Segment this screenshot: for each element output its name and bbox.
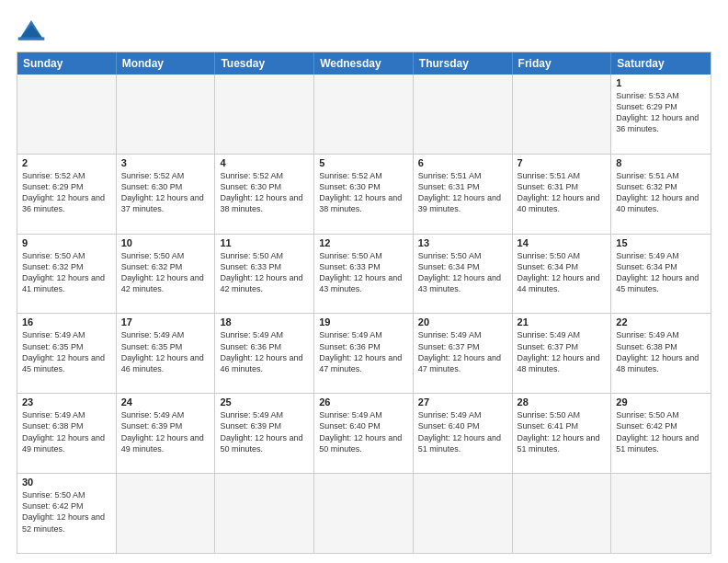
weekday-header-wednesday: Wednesday xyxy=(314,52,414,75)
day-info: Sunrise: 5:52 AM Sunset: 6:30 PM Dayligh… xyxy=(220,170,309,215)
day-number: 6 xyxy=(418,157,507,168)
weekday-header-saturday: Saturday xyxy=(611,52,711,75)
calendar-cell-5-1 xyxy=(117,474,216,553)
day-number: 25 xyxy=(220,396,309,408)
calendar-row-1: 2Sunrise: 5:52 AM Sunset: 6:29 PM Daylig… xyxy=(17,154,711,234)
calendar-cell-1-4: 6Sunrise: 5:51 AM Sunset: 6:31 PM Daylig… xyxy=(414,155,513,234)
day-info: Sunrise: 5:49 AM Sunset: 6:40 PM Dayligh… xyxy=(319,409,408,454)
calendar-row-3: 16Sunrise: 5:49 AM Sunset: 6:35 PM Dayli… xyxy=(17,313,711,393)
day-info: Sunrise: 5:50 AM Sunset: 6:34 PM Dayligh… xyxy=(518,250,607,295)
day-number: 26 xyxy=(319,396,408,408)
day-info: Sunrise: 5:51 AM Sunset: 6:31 PM Dayligh… xyxy=(418,170,507,215)
day-number: 5 xyxy=(319,157,408,168)
calendar-cell-0-2 xyxy=(215,75,314,154)
day-number: 21 xyxy=(518,316,607,327)
header xyxy=(17,17,711,42)
calendar-cell-4-5: 28Sunrise: 5:50 AM Sunset: 6:41 PM Dayli… xyxy=(513,394,612,473)
day-number: 10 xyxy=(121,237,210,248)
calendar-body: 1Sunrise: 5:53 AM Sunset: 6:29 PM Daylig… xyxy=(17,75,711,553)
day-number: 12 xyxy=(319,237,408,248)
svg-marker-1 xyxy=(19,25,42,39)
day-info: Sunrise: 5:49 AM Sunset: 6:39 PM Dayligh… xyxy=(121,409,210,454)
calendar-cell-4-2: 25Sunrise: 5:49 AM Sunset: 6:39 PM Dayli… xyxy=(215,394,314,473)
day-info: Sunrise: 5:49 AM Sunset: 6:35 PM Dayligh… xyxy=(121,329,210,374)
calendar-cell-2-5: 14Sunrise: 5:50 AM Sunset: 6:34 PM Dayli… xyxy=(513,235,612,314)
day-info: Sunrise: 5:50 AM Sunset: 6:32 PM Dayligh… xyxy=(22,250,111,295)
calendar-cell-2-4: 13Sunrise: 5:50 AM Sunset: 6:34 PM Dayli… xyxy=(414,235,513,314)
day-info: Sunrise: 5:51 AM Sunset: 6:32 PM Dayligh… xyxy=(616,170,706,215)
logo-icon xyxy=(17,17,46,42)
day-number: 8 xyxy=(616,157,706,168)
day-info: Sunrise: 5:49 AM Sunset: 6:38 PM Dayligh… xyxy=(22,409,111,454)
day-number: 30 xyxy=(22,477,111,488)
calendar: SundayMondayTuesdayWednesdayThursdayFrid… xyxy=(17,52,711,554)
day-info: Sunrise: 5:49 AM Sunset: 6:36 PM Dayligh… xyxy=(220,329,309,374)
calendar-cell-1-3: 5Sunrise: 5:52 AM Sunset: 6:30 PM Daylig… xyxy=(314,155,414,234)
calendar-cell-2-1: 10Sunrise: 5:50 AM Sunset: 6:32 PM Dayli… xyxy=(117,235,216,314)
day-info: Sunrise: 5:49 AM Sunset: 6:36 PM Dayligh… xyxy=(319,329,408,374)
calendar-cell-0-1 xyxy=(117,75,216,154)
calendar-cell-3-1: 17Sunrise: 5:49 AM Sunset: 6:35 PM Dayli… xyxy=(117,314,216,393)
day-info: Sunrise: 5:50 AM Sunset: 6:41 PM Dayligh… xyxy=(518,409,607,454)
day-number: 23 xyxy=(22,396,111,408)
day-number: 19 xyxy=(319,316,408,327)
calendar-cell-3-5: 21Sunrise: 5:49 AM Sunset: 6:37 PM Dayli… xyxy=(513,314,612,393)
day-number: 17 xyxy=(121,316,210,327)
page: SundayMondayTuesdayWednesdayThursdayFrid… xyxy=(0,0,728,563)
calendar-cell-1-1: 3Sunrise: 5:52 AM Sunset: 6:30 PM Daylig… xyxy=(117,155,216,234)
day-info: Sunrise: 5:51 AM Sunset: 6:31 PM Dayligh… xyxy=(518,170,607,215)
calendar-row-5: 30Sunrise: 5:50 AM Sunset: 6:42 PM Dayli… xyxy=(17,473,711,553)
weekday-header-thursday: Thursday xyxy=(414,52,513,75)
day-info: Sunrise: 5:49 AM Sunset: 6:34 PM Dayligh… xyxy=(616,250,706,295)
calendar-cell-3-3: 19Sunrise: 5:49 AM Sunset: 6:36 PM Dayli… xyxy=(314,314,414,393)
day-info: Sunrise: 5:49 AM Sunset: 6:40 PM Dayligh… xyxy=(418,409,507,454)
calendar-cell-3-0: 16Sunrise: 5:49 AM Sunset: 6:35 PM Dayli… xyxy=(17,314,117,393)
calendar-row-4: 23Sunrise: 5:49 AM Sunset: 6:38 PM Dayli… xyxy=(17,393,711,473)
calendar-cell-0-0 xyxy=(17,75,117,154)
calendar-header: SundayMondayTuesdayWednesdayThursdayFrid… xyxy=(17,52,711,75)
calendar-cell-4-6: 29Sunrise: 5:50 AM Sunset: 6:42 PM Dayli… xyxy=(611,394,711,473)
weekday-header-sunday: Sunday xyxy=(17,52,117,75)
day-number: 7 xyxy=(518,157,607,168)
calendar-cell-0-6: 1Sunrise: 5:53 AM Sunset: 6:29 PM Daylig… xyxy=(611,75,711,154)
weekday-header-friday: Friday xyxy=(513,52,612,75)
calendar-cell-2-2: 11Sunrise: 5:50 AM Sunset: 6:33 PM Dayli… xyxy=(215,235,314,314)
day-number: 1 xyxy=(616,77,706,88)
svg-rect-2 xyxy=(18,37,45,40)
day-number: 24 xyxy=(121,396,210,408)
day-info: Sunrise: 5:52 AM Sunset: 6:30 PM Dayligh… xyxy=(319,170,408,215)
calendar-cell-4-1: 24Sunrise: 5:49 AM Sunset: 6:39 PM Dayli… xyxy=(117,394,216,473)
day-number: 9 xyxy=(22,237,111,248)
day-info: Sunrise: 5:52 AM Sunset: 6:29 PM Dayligh… xyxy=(22,170,111,215)
day-number: 29 xyxy=(616,396,706,408)
day-number: 13 xyxy=(418,237,507,248)
day-info: Sunrise: 5:49 AM Sunset: 6:39 PM Dayligh… xyxy=(220,409,309,454)
day-info: Sunrise: 5:50 AM Sunset: 6:33 PM Dayligh… xyxy=(220,250,309,295)
calendar-cell-3-2: 18Sunrise: 5:49 AM Sunset: 6:36 PM Dayli… xyxy=(215,314,314,393)
calendar-cell-0-3 xyxy=(314,75,414,154)
calendar-cell-2-6: 15Sunrise: 5:49 AM Sunset: 6:34 PM Dayli… xyxy=(611,235,711,314)
calendar-cell-4-3: 26Sunrise: 5:49 AM Sunset: 6:40 PM Dayli… xyxy=(314,394,414,473)
calendar-cell-0-4 xyxy=(414,75,513,154)
logo xyxy=(17,17,50,42)
day-number: 28 xyxy=(518,396,607,408)
calendar-cell-0-5 xyxy=(513,75,612,154)
calendar-cell-1-6: 8Sunrise: 5:51 AM Sunset: 6:32 PM Daylig… xyxy=(611,155,711,234)
calendar-cell-5-2 xyxy=(215,474,314,553)
day-info: Sunrise: 5:53 AM Sunset: 6:29 PM Dayligh… xyxy=(616,90,706,135)
calendar-cell-4-4: 27Sunrise: 5:49 AM Sunset: 6:40 PM Dayli… xyxy=(414,394,513,473)
day-number: 22 xyxy=(616,316,706,327)
day-info: Sunrise: 5:49 AM Sunset: 6:38 PM Dayligh… xyxy=(616,329,706,374)
calendar-cell-1-2: 4Sunrise: 5:52 AM Sunset: 6:30 PM Daylig… xyxy=(215,155,314,234)
calendar-cell-1-5: 7Sunrise: 5:51 AM Sunset: 6:31 PM Daylig… xyxy=(513,155,612,234)
day-info: Sunrise: 5:49 AM Sunset: 6:35 PM Dayligh… xyxy=(22,329,111,374)
day-number: 2 xyxy=(22,157,111,168)
day-number: 20 xyxy=(418,316,507,327)
day-number: 15 xyxy=(616,237,706,248)
day-info: Sunrise: 5:50 AM Sunset: 6:42 PM Dayligh… xyxy=(22,489,111,534)
day-info: Sunrise: 5:52 AM Sunset: 6:30 PM Dayligh… xyxy=(121,170,210,215)
day-info: Sunrise: 5:49 AM Sunset: 6:37 PM Dayligh… xyxy=(518,329,607,374)
calendar-cell-5-3 xyxy=(314,474,414,553)
day-number: 11 xyxy=(220,237,309,248)
day-number: 14 xyxy=(518,237,607,248)
